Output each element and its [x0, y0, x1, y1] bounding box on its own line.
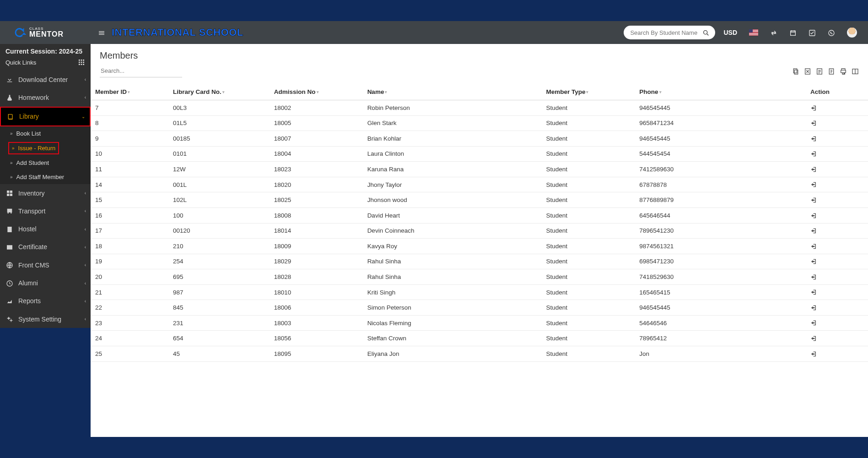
sidebar-item-homework[interactable]: Homework ‹	[0, 88, 91, 106]
svg-rect-18	[793, 69, 797, 73]
sidebar-item-system-setting[interactable]: System Setting ‹	[0, 310, 91, 328]
sidebar-item-inventory[interactable]: Inventory ‹	[0, 184, 91, 202]
sidebar-subitem-add-student[interactable]: » Add Student	[0, 156, 91, 170]
student-search-input[interactable]	[630, 29, 702, 36]
cell-member-id: 10	[91, 146, 168, 162]
excel-icon[interactable]	[804, 67, 811, 75]
th-member-type[interactable]: Member Type▾	[541, 82, 635, 100]
svg-rect-2	[83, 60, 84, 61]
table-row[interactable]: 2465418056Steffan CrownStudent78965412	[91, 331, 868, 346]
th-admission-no[interactable]: Admission No▾	[270, 82, 363, 100]
columns-icon[interactable]	[852, 67, 859, 75]
action-logout-icon[interactable]	[810, 289, 818, 295]
cell-admission-no: 18006	[270, 300, 363, 316]
avatar[interactable]	[847, 27, 857, 38]
sidebar-item-hostel[interactable]: Hostel ‹	[0, 220, 91, 238]
action-logout-icon[interactable]	[810, 242, 818, 249]
table-row[interactable]: 2198718010Kriti SinghStudent165465415	[91, 284, 868, 300]
table-row[interactable]: 2069518028Rahul SinhaStudent7418529630	[91, 269, 868, 285]
cell-action	[806, 331, 868, 346]
cell-action	[806, 346, 868, 362]
th-member-id[interactable]: Member ID▾	[91, 82, 168, 100]
sidebar-item-certificate[interactable]: Certificate ‹	[0, 238, 91, 256]
action-logout-icon[interactable]	[810, 212, 818, 218]
search-icon[interactable]	[702, 28, 710, 36]
sidebar-item-library[interactable]: Library ⌄	[0, 107, 91, 126]
table-row[interactable]: 2284518006Simon PetersonStudent946545445	[91, 300, 868, 316]
sidebar-subitem-add-staff[interactable]: » Add Staff Member	[0, 170, 91, 184]
sidebar-item-download-center[interactable]: Download Center ‹	[0, 71, 91, 88]
chevron-right-icon: »	[12, 146, 15, 151]
cell-action	[806, 207, 868, 223]
table-row[interactable]: 90018518007Brian KohlarStudent946545445	[91, 131, 868, 147]
cell-member-type: Student	[541, 223, 635, 239]
svg-rect-4	[81, 62, 82, 63]
members-table: Member ID▾ Library Card No.▾ Admission N…	[91, 82, 868, 362]
action-logout-icon[interactable]	[810, 350, 818, 357]
copy-icon[interactable]	[792, 67, 799, 75]
whatsapp-icon[interactable]	[828, 28, 835, 37]
cell-name: David Heart	[363, 207, 542, 223]
action-logout-icon[interactable]	[810, 104, 818, 111]
table-row[interactable]: 1112W18023Karuna RanaStudent7412589630	[91, 162, 868, 177]
cell-phone: 9658471234	[635, 115, 806, 131]
table-row[interactable]: 801L518005Glen StarkStudent9658471234	[91, 115, 868, 131]
quick-links-row[interactable]: Quick Links	[0, 57, 91, 71]
calendar-icon[interactable]	[789, 28, 797, 37]
student-search[interactable]	[624, 26, 715, 39]
table-row[interactable]: 15102L18025Jhonson woodStudent8776889879	[91, 192, 868, 208]
sidebar-subitem-issue-return[interactable]: » Issue - Return	[8, 142, 59, 154]
brand-logo[interactable]: CLASS MENTOR	[0, 21, 91, 44]
th-phone[interactable]: Phone▾	[635, 82, 806, 100]
sidebar-item-reports[interactable]: Reports ‹	[0, 292, 91, 310]
flag-us-icon[interactable]	[749, 29, 758, 36]
action-logout-icon[interactable]	[810, 319, 818, 326]
action-logout-icon[interactable]	[810, 273, 818, 280]
currency-label[interactable]: USD	[723, 29, 737, 36]
action-logout-icon[interactable]	[810, 304, 818, 311]
action-logout-icon[interactable]	[810, 150, 818, 157]
sidebar-item-transport[interactable]: Transport ‹	[0, 202, 91, 220]
cell-member-id: 11	[91, 162, 168, 177]
table-row[interactable]: 700L318002Robin PetersonStudent946545445	[91, 100, 868, 116]
cell-member-id: 9	[91, 131, 168, 147]
cell-member-id: 18	[91, 239, 168, 254]
table-row[interactable]: 1925418029Rahul SinhaStudent6985471230	[91, 254, 868, 269]
table-row[interactable]: 1821018009Kavya RoyStudent9874561321	[91, 239, 868, 254]
table-row[interactable]: 254518095Eliyana JonStudentJon	[91, 346, 868, 362]
sidebar-item-label: Reports	[18, 297, 41, 305]
pdf-icon[interactable]	[828, 67, 835, 75]
cell-card-no: 00120	[168, 223, 270, 239]
th-action: Action	[806, 82, 868, 100]
action-logout-icon[interactable]	[810, 181, 818, 188]
action-logout-icon[interactable]	[810, 196, 818, 203]
sidebar-item-front-cms[interactable]: Front CMS ‹	[0, 256, 91, 274]
action-logout-icon[interactable]	[810, 120, 818, 126]
action-logout-icon[interactable]	[810, 258, 818, 265]
table-row[interactable]: 14001L18020Jhony TaylorStudent67878878	[91, 177, 868, 192]
table-row[interactable]: 10010118004Laura ClintonStudent544545454	[91, 146, 868, 162]
table-row[interactable]: 170012018014Devin CoinneachStudent789654…	[91, 223, 868, 239]
action-logout-icon[interactable]	[810, 227, 818, 234]
sidebar-subitem-book-list[interactable]: » Book List	[0, 126, 91, 141]
outer-frame-bottom	[0, 437, 868, 458]
sidebar-item-alumni[interactable]: Alumni ‹	[0, 274, 91, 292]
swap-icon[interactable]	[770, 28, 777, 37]
cell-phone: 7412589630	[635, 162, 806, 177]
table-row[interactable]: 2323118003Nicolas FlemingStudent54646546	[91, 315, 868, 331]
action-logout-icon[interactable]	[810, 165, 818, 172]
hamburger-icon[interactable]	[98, 28, 105, 38]
th-name[interactable]: Name▾	[363, 82, 542, 100]
task-check-icon[interactable]	[809, 28, 816, 37]
table-row[interactable]: 1610018008David HeartStudent645646544	[91, 207, 868, 223]
table-search-input[interactable]	[100, 65, 182, 77]
action-logout-icon[interactable]	[810, 334, 818, 341]
cell-member-type: Student	[541, 192, 635, 208]
cell-phone: 645646544	[635, 207, 806, 223]
boxes-icon	[5, 189, 14, 197]
action-logout-icon[interactable]	[810, 135, 818, 142]
th-card-no[interactable]: Library Card No.▾	[168, 82, 270, 100]
csv-icon[interactable]	[816, 67, 823, 75]
print-icon[interactable]	[840, 67, 847, 75]
idcard-icon	[5, 243, 14, 251]
